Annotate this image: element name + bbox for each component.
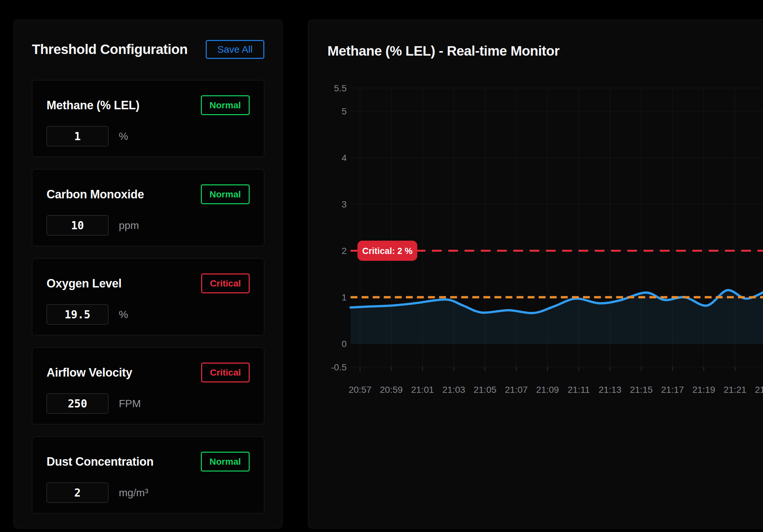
threshold-card-list: Methane (% LEL) Normal % Carbon Monoxide… <box>32 80 264 513</box>
status-badge: Normal <box>201 452 250 472</box>
y-axis-label: -0.5 <box>331 362 347 372</box>
y-axis-label: 5.5 <box>334 83 347 93</box>
x-axis-label: 21:01 <box>411 385 434 395</box>
threshold-value-input[interactable] <box>47 126 108 146</box>
x-axis-label: 21:11 <box>568 385 590 395</box>
status-badge: Normal <box>201 95 250 115</box>
x-axis-label: 21:13 <box>599 385 621 395</box>
threshold-card-airflow: Airflow Velocity Critical FPM <box>32 347 264 424</box>
x-axis-label: 21:07 <box>505 385 528 395</box>
x-axis-label: 21:21 <box>723 385 746 395</box>
threshold-card-dust: Dust Concentration Normal mg/m³ <box>32 436 264 513</box>
sensor-label: Dust Concentration <box>47 455 154 469</box>
x-axis-label: 20:57 <box>349 385 372 395</box>
y-axis-label: 1 <box>342 292 347 303</box>
x-axis-label: 21:09 <box>536 385 559 395</box>
x-axis-label: 21:03 <box>442 385 465 395</box>
sensor-label: Carbon Monoxide <box>47 188 144 201</box>
realtime-monitor-panel: Methane (% LEL) - Real-time Monitor Crit… <box>308 20 763 528</box>
threshold-value-input[interactable] <box>47 215 108 235</box>
methane-chart: Critical: 2 %5.5543210-0.520:5720:5921:0… <box>308 20 763 426</box>
unit-label: % <box>119 309 128 321</box>
sensor-label: Oxygen Level <box>47 277 122 290</box>
threshold-value-input[interactable] <box>47 305 108 324</box>
x-axis-label: 21:17 <box>661 385 684 395</box>
status-badge: Normal <box>201 184 250 204</box>
threshold-card-methane: Methane (% LEL) Normal % <box>32 80 264 157</box>
chart-title: Methane (% LEL) - Real-time Monitor <box>327 43 560 59</box>
status-badge: Critical <box>201 363 250 383</box>
unit-label: FPM <box>119 398 141 410</box>
y-axis-label: 3 <box>342 199 347 210</box>
x-axis-label: 21:05 <box>474 385 496 395</box>
sensor-label: Airflow Velocity <box>47 366 132 380</box>
threshold-value-input[interactable] <box>47 483 108 503</box>
y-axis-label: 2 <box>342 246 347 256</box>
x-axis-label: 21:15 <box>630 385 653 395</box>
threshold-value-input[interactable] <box>47 394 108 414</box>
threshold-config-header: Threshold Configuration Save All <box>32 40 264 59</box>
sensor-label: Methane (% LEL) <box>47 99 140 112</box>
x-axis-ticks <box>360 367 763 371</box>
threshold-card-oxygen: Oxygen Level Critical % <box>32 258 264 335</box>
page-title: Threshold Configuration <box>32 42 187 57</box>
unit-label: mg/m³ <box>119 487 149 499</box>
threshold-config-panel: Threshold Configuration Save All Methane… <box>14 20 282 528</box>
x-axis-label: 20:59 <box>380 385 403 395</box>
y-axis-label: 5 <box>342 106 347 117</box>
save-all-button[interactable]: Save All <box>206 40 264 59</box>
unit-label: ppm <box>119 220 139 231</box>
unit-label: % <box>119 131 128 142</box>
mine-safety-dashboard: { "left_panel": { "title": "Threshold Co… <box>0 0 763 532</box>
critical-annotation-label: Critical: 2 % <box>362 246 413 256</box>
x-axis-label: 21:23 <box>755 385 763 395</box>
x-axis-label: 21:19 <box>692 385 715 395</box>
threshold-card-carbon-monoxide: Carbon Monoxide Normal ppm <box>32 169 264 246</box>
status-badge: Critical <box>201 274 250 293</box>
y-axis-label: 4 <box>342 153 347 163</box>
y-axis-label: 0 <box>342 339 347 349</box>
